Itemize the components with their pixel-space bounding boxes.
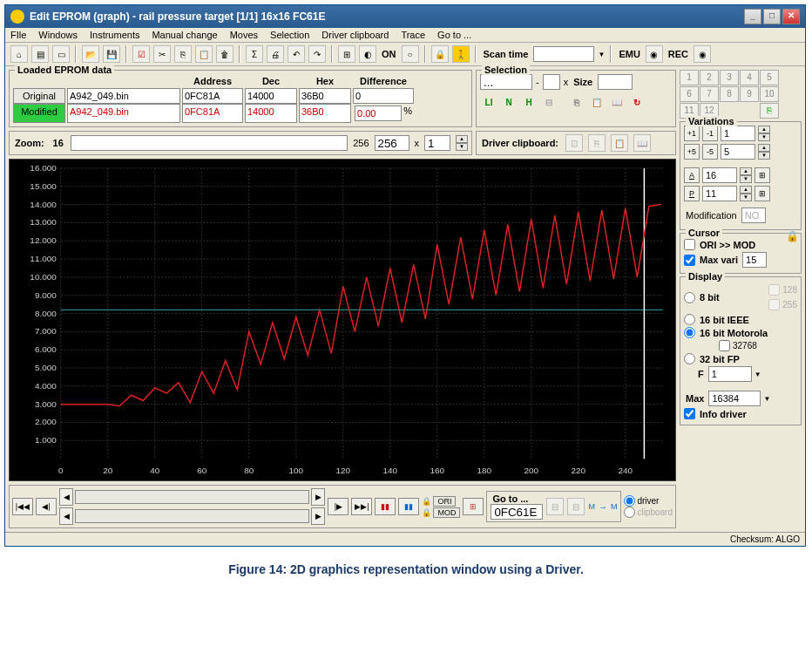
cb-icon-3[interactable]: 📋	[611, 134, 628, 152]
lock-icon[interactable]: 🔒	[431, 45, 449, 63]
menu-file[interactable]: FIle	[10, 30, 26, 40]
emu-radio[interactable]: ◉	[646, 45, 663, 63]
numpad-9[interactable]: 9	[740, 86, 759, 102]
var16-down[interactable]: ▼	[740, 175, 752, 183]
goto-ic2[interactable]: ⊟	[567, 498, 585, 515]
modif-val[interactable]	[741, 208, 766, 223]
ori-button[interactable]: ORI	[433, 496, 456, 507]
var-ic-minus1[interactable]: -1	[702, 126, 718, 141]
var1-up[interactable]: ▲	[758, 126, 770, 133]
var-ic-plus5[interactable]: +5	[684, 144, 700, 160]
undo-icon[interactable]: ↶	[288, 45, 305, 63]
goto-input[interactable]	[491, 504, 543, 520]
var-ic-minus5[interactable]: -5	[702, 144, 718, 160]
nav-rec[interactable]: ▮▮	[398, 498, 419, 515]
scroll2-left[interactable]: ◀	[59, 507, 73, 525]
var-in-16[interactable]	[702, 167, 737, 183]
on-radio[interactable]: ○	[402, 45, 419, 63]
menu-goto[interactable]: Go to ...	[437, 30, 471, 40]
menu-selection[interactable]: Selection	[270, 30, 309, 40]
sel-from[interactable]	[480, 74, 532, 90]
info-driver-check[interactable]: Info driver	[684, 408, 797, 419]
var1-down[interactable]: ▼	[758, 133, 770, 141]
numpad-6[interactable]: 6	[680, 86, 699, 102]
var-ic-a[interactable]: A	[684, 167, 700, 183]
modified-file[interactable]: A942_049.bin	[67, 104, 180, 123]
var-in-1[interactable]	[721, 126, 755, 141]
file-icon[interactable]: ▤	[31, 45, 49, 63]
var-ic-p[interactable]: P	[684, 186, 700, 201]
var-in-5[interactable]	[721, 144, 755, 160]
delete-icon[interactable]: 🗑	[216, 45, 233, 63]
original-dec[interactable]: 14000	[245, 88, 297, 104]
var-ic-m2[interactable]: ⊞	[754, 186, 770, 201]
moto-32768-check[interactable]: 32768	[719, 340, 797, 351]
var-in-11[interactable]	[702, 186, 737, 201]
sel-h-icon[interactable]: H	[520, 93, 538, 111]
fp32-radio[interactable]: 32 bit FP	[684, 353, 797, 364]
original-button[interactable]: Original	[13, 88, 65, 104]
nav-extra[interactable]: ⊞	[463, 498, 484, 515]
sel-l-icon[interactable]: LI	[480, 93, 497, 111]
modified-dec[interactable]: 14000	[245, 104, 297, 123]
numpad-4[interactable]: 4	[740, 70, 759, 85]
minimize-button[interactable]: _	[744, 9, 761, 24]
ieee-radio[interactable]: 16 bit IEEE	[684, 314, 797, 325]
scroll1-right[interactable]: ▶	[311, 488, 325, 506]
modified-hex[interactable]: 36B0	[299, 104, 351, 123]
cb-icon-4[interactable]: 📖	[633, 134, 651, 152]
max-vari-check[interactable]: Max vari	[684, 252, 797, 268]
nav-stop[interactable]: ▮▮	[375, 498, 396, 515]
nav-first[interactable]: |◀◀	[12, 498, 33, 515]
original-hex[interactable]: 36B0	[299, 88, 351, 104]
modified-diff[interactable]: 0.00	[355, 105, 402, 121]
zoom-down[interactable]: ▼	[456, 143, 468, 151]
nav-last[interactable]: ▶▶|	[351, 498, 372, 515]
ori-mod-check[interactable]: ORI >> MOD	[684, 239, 797, 250]
sel-paste-icon[interactable]: 📋	[588, 93, 606, 111]
clipboard-radio[interactable]: clipboard	[624, 507, 673, 518]
cursor-lock-icon[interactable]: 🔒	[786, 230, 799, 242]
check-icon[interactable]: ☑	[132, 45, 150, 63]
numpad-8[interactable]: 8	[720, 86, 739, 102]
max-input[interactable]	[708, 391, 761, 406]
numpad-7[interactable]: 7	[700, 86, 719, 102]
scan-time-select[interactable]	[533, 46, 594, 62]
menu-driver-clipboard[interactable]: Driver clipboard	[321, 30, 389, 40]
var16-up[interactable]: ▲	[740, 167, 752, 175]
var5-up[interactable]: ▲	[758, 144, 770, 152]
window-icon[interactable]: ▭	[52, 45, 70, 63]
sel-refresh-icon[interactable]: ↻	[628, 93, 646, 111]
var-ic-plus1[interactable]: +1	[684, 126, 700, 141]
cut-icon[interactable]: ✂	[153, 45, 171, 63]
cb-icon-2[interactable]: ⎘	[588, 134, 606, 152]
handle-icon[interactable]: ⊞	[338, 45, 355, 63]
scroll2[interactable]	[75, 509, 309, 523]
numpad-10[interactable]: 10	[760, 86, 779, 102]
scroll1-left[interactable]: ◀	[59, 488, 73, 506]
zoom-slider[interactable]	[71, 135, 348, 151]
zoom-cur[interactable]	[375, 135, 409, 151]
numpad-extra[interactable]: ⎘	[760, 103, 779, 119]
sel-size[interactable]	[598, 74, 633, 90]
print-icon[interactable]: 🖨	[267, 45, 284, 63]
var-ic-m1[interactable]: ⊞	[754, 167, 770, 183]
driver-radio[interactable]: driver	[624, 495, 673, 507]
original-diff[interactable]: 0	[353, 88, 414, 104]
bit8-radio[interactable]: 8 bit 128 255	[684, 282, 797, 312]
var5-down[interactable]: ▼	[758, 152, 770, 160]
maximize-button[interactable]: □	[763, 9, 781, 24]
sel-book-icon[interactable]: 📖	[608, 93, 626, 111]
sel-copy-icon[interactable]: ⎘	[568, 93, 585, 111]
sel-e-icon[interactable]: ⊟	[540, 93, 558, 111]
numpad-2[interactable]: 2	[700, 70, 719, 85]
modified-button[interactable]: Modified	[13, 104, 65, 123]
menu-windows[interactable]: Windows	[38, 30, 78, 40]
original-file[interactable]: A942_049.bin	[67, 88, 180, 104]
numpad-3[interactable]: 3	[720, 70, 739, 85]
sigma-icon[interactable]: Σ	[246, 45, 263, 63]
cb-icon-1[interactable]: ⊡	[565, 134, 583, 152]
nav-prev[interactable]: ◀|	[36, 498, 57, 515]
numpad-5[interactable]: 5	[760, 70, 779, 85]
original-address[interactable]: 0FC81A	[182, 88, 243, 104]
